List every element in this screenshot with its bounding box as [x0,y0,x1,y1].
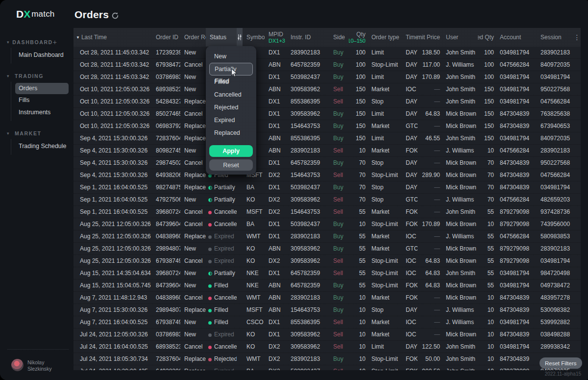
cell-account: 034981794 [496,47,537,58]
column-header-session[interactable]: Session [537,28,573,47]
cell-status: Filled [206,316,237,328]
table-row[interactable]: Sep 4, 2021 15:30:00.32672837604ReplaceA… [74,132,581,145]
cell-order_id: 85027465 [152,108,180,120]
page-title: Orders [74,9,109,21]
status-option-cancelled[interactable]: Cancelled [209,88,253,101]
status-text: Expired [214,331,234,338]
cell-instr_id: 645782359 [287,267,329,279]
column-header-disp_qty[interactable]: ed Qty [478,28,496,47]
cell-side: Buy [329,230,349,242]
status-option-expired[interactable]: Expired [209,114,253,127]
cell-disp_qty: 10 [478,304,496,316]
table-row[interactable]: Sep 4, 2021 15:30:00.32664938206ReplaceF… [74,169,581,181]
column-header-account[interactable]: Account [496,28,537,47]
avatar[interactable] [11,359,24,371]
column-header-limit_price[interactable]: Limit Price [417,28,442,47]
cell-time: Sep 4, 2021 15:30:00.326 [74,145,152,156]
table-row[interactable]: Oct 10, 2021 12:05:00.32606983792Replace… [74,120,581,132]
refresh-icon[interactable] [111,12,119,20]
column-header-instr_id[interactable]: Instr. ID [287,28,329,47]
cell-disp_qty: 55 [478,255,496,267]
column-header-order_ref[interactable]: Order Re [180,28,206,47]
brand-logo[interactable]: DX match [16,8,54,20]
table-row[interactable]: Sep 1, 2021 16:04:00.52598274875ReplaceP… [74,181,581,194]
column-header-label: Qty [356,31,366,38]
column-header-mpid[interactable]: MPIDDX1+3 [265,28,287,47]
sidebar-item-instruments[interactable]: Instruments [11,106,74,119]
column-header-symbol[interactable]: Symbol [243,28,265,47]
table-row[interactable]: Sep 1, 2021 16:04:00.52539680724CancelCa… [74,206,581,218]
table-row[interactable]: Oct 28, 2021 11:45:03.34203786983NewDX15… [74,71,581,83]
table-row[interactable]: Aug 7, 2021 15:30:00.32629894807ReplaceF… [74,304,581,316]
status-option-replaced[interactable]: Replaced [209,127,253,139]
table-row[interactable]: Aug 15, 2021 14:35:04.63439680724NewPart… [74,267,581,279]
cell-user: Mick Brown [442,181,478,193]
table-row[interactable]: Sep 4, 2021 15:30:00.32680982745NewABN28… [74,145,581,157]
sidebar-section-market[interactable]: ▾MARKET [0,127,74,139]
table-menu-icon[interactable]: ⋮ [573,28,581,47]
cell-order_ref: Cancel [180,341,206,353]
status-dot-expired [208,260,212,263]
table-row[interactable]: Oct 10, 2021 12:05:00.32685027465CancelD… [74,108,581,120]
column-header-tif[interactable]: Time [402,28,417,47]
table-row[interactable]: Jul 24, 2021 18:20:00.42564938206Replace… [74,365,581,370]
table-row[interactable]: Oct 10, 2021 12:05:00.32668938523NewABN3… [74,83,581,96]
table-row[interactable]: Aug 7, 2021 16:04:00.52567938749NewFille… [74,316,581,329]
reset-filters-button[interactable]: Reset Filters [539,357,582,369]
cell-symbol: WMT [243,292,265,304]
table-row[interactable]: Aug 25, 2021 12:05:00.32667938749CancelE… [74,255,581,267]
filter-sliders-icon[interactable] [237,28,243,47]
table-row[interactable]: Sep 1, 2021 16:04:00.52547927506NewParti… [74,194,581,206]
cell-menu [573,255,581,267]
status-option-new[interactable]: New [209,50,253,63]
table-row[interactable]: Oct 28, 2021 11:45:03.34267938472CancelA… [74,59,581,71]
sidebar-item-trading-schedule[interactable]: Trading Schedule [11,140,74,152]
table-row[interactable]: Oct 28, 2021 11:45:03.34217239239NewDX12… [74,47,581,59]
cell-disp_qty: 10 [478,341,496,353]
cell-limit_price: — [417,181,442,193]
cell-limit_price: — [417,230,442,242]
sidebar-section-trading[interactable]: ▾TRADING [0,70,74,82]
column-header-label: Order Re [184,34,206,41]
table-row[interactable]: Aug 25, 2021 12:05:00.32629894807NewExpi… [74,243,581,255]
column-header-side[interactable]: Side [329,28,349,47]
cell-account: 879279098 [496,365,537,370]
column-header-time[interactable]: ▼Last Time [74,28,152,47]
cell-qty: 100 [349,59,368,71]
table-row[interactable]: Oct 10, 2021 12:05:00.32654284327Replace… [74,96,581,108]
sidebar-item-orders[interactable]: Orders [15,83,69,94]
table-row[interactable]: Aug 15, 2021 15:04:05.74584739604NewFill… [74,279,581,292]
sidebar-section-dashboard[interactable]: ▾DASHBOARD+ [0,36,74,48]
cell-order_id: 06983792 [152,120,180,132]
table-row[interactable]: Jul 24, 2021 12:05:00.32603786983NewExpi… [74,329,581,341]
cell-time: Oct 10, 2021 12:05:00.326 [74,108,152,120]
table-row[interactable]: Jul 24, 2021 16:04:00.52568938523CancelC… [74,341,581,353]
table-row[interactable]: Sep 4, 2021 15:30:00.32629874502CancelDX… [74,157,581,169]
cell-order_ref: New [180,194,206,205]
cell-order_id: 03786983 [152,329,180,340]
table-row[interactable]: Aug 25, 2021 12:05:00.32684739604CancelC… [74,218,581,230]
column-header-status[interactable]: Status [206,28,237,47]
status-option-rejected[interactable]: Rejected [209,101,253,114]
chevron-down-icon[interactable]: ▾ [7,40,12,45]
table-row[interactable]: Aug 25, 2021 12:05:00.32604838960Replace… [74,230,581,243]
cell-limit_price: 64.83 [417,108,442,120]
sidebar-item-main-dashboard[interactable]: Main Dashboard [11,49,74,61]
column-header-order_id[interactable]: Order ID [152,28,180,47]
column-header-qty[interactable]: Qty10–150 [349,28,368,47]
table-row[interactable]: Aug 7, 2021 11:48:12.94304838960CancelCa… [74,292,581,304]
chevron-down-icon[interactable]: ▾ [7,74,15,78]
column-header-user[interactable]: User [442,28,478,47]
cell-session: 034981794 [537,255,573,267]
table-row[interactable]: Jul 24, 2021 18:05:30.73472837604Replace… [74,353,581,365]
reset-button[interactable]: Reset [209,159,253,171]
plus-icon[interactable]: + [53,38,57,46]
cell-session: 673940653 [537,120,573,132]
apply-button[interactable]: Apply [209,145,253,157]
cell-qty: 100 [349,71,368,83]
sidebar-item-fills[interactable]: Fills [11,94,74,106]
cell-tif: IOC [402,230,417,242]
chevron-down-icon[interactable]: ▾ [7,131,15,136]
cell-qty: 70 [349,157,368,169]
column-header-order_type[interactable]: Order type [368,28,402,47]
